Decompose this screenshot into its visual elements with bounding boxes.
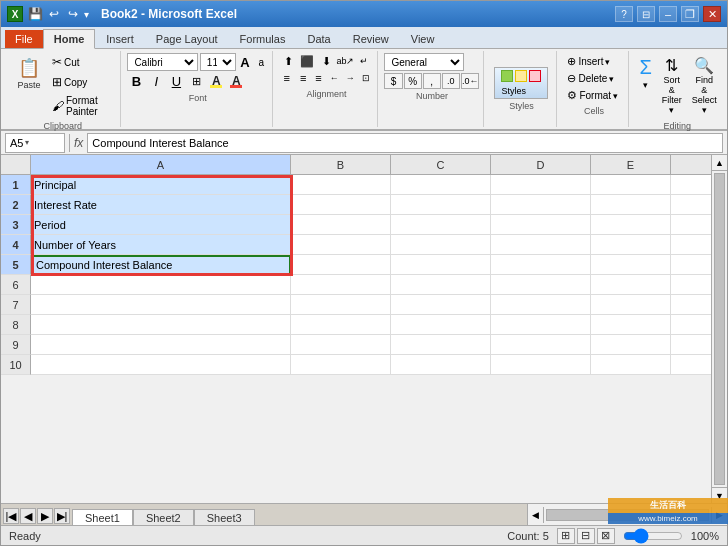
cell-d10[interactable] [491, 355, 591, 375]
comma-button[interactable]: , [423, 73, 441, 89]
styles-button[interactable]: Styles [494, 67, 548, 99]
cell-e6[interactable] [591, 275, 671, 295]
border-button[interactable]: ⊞ [187, 72, 205, 90]
row-num-9[interactable]: 9 [1, 335, 31, 355]
tab-insert[interactable]: Insert [95, 29, 145, 48]
font-name-select[interactable]: Calibri [127, 53, 197, 71]
row-num-7[interactable]: 7 [1, 295, 31, 315]
scroll-thumb[interactable] [714, 173, 725, 485]
sheet-nav-last[interactable]: ▶| [54, 508, 70, 524]
cell-d7[interactable] [491, 295, 591, 315]
cell-reference-box[interactable]: A5 ▾ [5, 133, 65, 153]
fx-icon[interactable]: fx [74, 136, 83, 150]
sheet-tab-1[interactable]: Sheet1 [72, 509, 133, 526]
cell-a10[interactable] [31, 355, 291, 375]
formula-input[interactable]: Compound Interest Balance [87, 133, 723, 153]
bold-button[interactable]: B [127, 72, 145, 90]
col-header-b[interactable]: B [291, 155, 391, 175]
cell-b10[interactable] [291, 355, 391, 375]
cell-b2[interactable] [291, 195, 391, 215]
cell-e3[interactable] [591, 215, 671, 235]
cell-e8[interactable] [591, 315, 671, 335]
format-painter-button[interactable]: 🖌 Format Painter [49, 93, 114, 119]
percent-button[interactable]: % [404, 73, 422, 89]
italic-button[interactable]: I [147, 72, 165, 90]
row-num-2[interactable]: 2 [1, 195, 31, 215]
cell-a2[interactable]: Interest Rate [31, 195, 291, 215]
tab-page-layout[interactable]: Page Layout [145, 29, 229, 48]
cell-b8[interactable] [291, 315, 391, 335]
sheet-nav-first[interactable]: |◀ [3, 508, 19, 524]
page-layout-view-button[interactable]: ⊟ [577, 528, 595, 544]
restore-button[interactable]: ❐ [681, 6, 699, 22]
align-middle-button[interactable]: ⬛ [298, 53, 316, 69]
col-header-c[interactable]: C [391, 155, 491, 175]
cell-a4[interactable]: Number of Years [31, 235, 291, 255]
min-button[interactable]: – [659, 6, 677, 22]
sheet-tab-3[interactable]: Sheet3 [194, 509, 255, 526]
quick-redo-icon[interactable]: ↪ [65, 6, 81, 22]
scrollbar-vertical[interactable]: ▲ ▼ [711, 155, 727, 503]
sheet-nav-prev[interactable]: ◀ [20, 508, 36, 524]
row-num-3[interactable]: 3 [1, 215, 31, 235]
cell-d3[interactable] [491, 215, 591, 235]
col-header-e[interactable]: E [591, 155, 671, 175]
cell-b3[interactable] [291, 215, 391, 235]
dec-dec-button[interactable]: .0← [461, 73, 480, 89]
cell-e4[interactable] [591, 235, 671, 255]
tab-view[interactable]: View [400, 29, 446, 48]
cell-a9[interactable] [31, 335, 291, 355]
indent-dec-button[interactable]: ← [327, 70, 342, 86]
underline-button[interactable]: U [167, 72, 185, 90]
cell-e10[interactable] [591, 355, 671, 375]
row-num-10[interactable]: 10 [1, 355, 31, 375]
cell-d2[interactable] [491, 195, 591, 215]
insert-button[interactable]: ⊕ Insert ▾ [563, 53, 624, 70]
sort-button[interactable]: ⇅ Sort &Filter ▾ [658, 53, 686, 119]
align-left-button[interactable]: ≡ [279, 70, 294, 86]
sum-button[interactable]: Σ ▾ [635, 53, 655, 119]
cell-b6[interactable] [291, 275, 391, 295]
normal-view-button[interactable]: ⊞ [557, 528, 575, 544]
cell-b7[interactable] [291, 295, 391, 315]
cell-a7[interactable] [31, 295, 291, 315]
paste-button[interactable]: 📋 Paste [11, 53, 47, 93]
cell-b5[interactable] [291, 255, 391, 275]
zoom-slider[interactable] [623, 530, 683, 542]
shrink-font-button[interactable]: a [254, 53, 268, 71]
cell-c5[interactable] [391, 255, 491, 275]
scroll-up-button[interactable]: ▲ [712, 155, 727, 171]
tab-review[interactable]: Review [342, 29, 400, 48]
sheet-nav-next[interactable]: ▶ [37, 508, 53, 524]
fill-color-button[interactable]: A [207, 72, 225, 90]
col-header-a[interactable]: A [31, 155, 291, 175]
quick-save-icon[interactable]: 💾 [27, 6, 43, 22]
cell-c4[interactable] [391, 235, 491, 255]
cell-c8[interactable] [391, 315, 491, 335]
number-format-select[interactable]: General [384, 53, 464, 71]
align-right-button[interactable]: ≡ [311, 70, 326, 86]
currency-button[interactable]: $ [384, 73, 402, 89]
wrap-text-button[interactable]: ↵ [355, 53, 373, 69]
tab-file[interactable]: File [5, 30, 43, 48]
cell-a8[interactable] [31, 315, 291, 335]
dec-inc-button[interactable]: .0 [442, 73, 460, 89]
cell-e9[interactable] [591, 335, 671, 355]
grow-font-button[interactable]: A [238, 53, 252, 71]
customize-icon[interactable]: ▾ [84, 6, 89, 22]
cell-a5[interactable]: Compound Interest Balance [31, 255, 291, 275]
cell-d4[interactable] [491, 235, 591, 255]
align-top-button[interactable]: ⬆ [279, 53, 297, 69]
tab-home[interactable]: Home [43, 29, 96, 49]
cell-c10[interactable] [391, 355, 491, 375]
cell-b4[interactable] [291, 235, 391, 255]
row-num-6[interactable]: 6 [1, 275, 31, 295]
page-break-view-button[interactable]: ⊠ [597, 528, 615, 544]
cell-d5[interactable] [491, 255, 591, 275]
font-size-select[interactable]: 11 [200, 53, 236, 71]
cell-a3[interactable]: Period [31, 215, 291, 235]
scroll-left-button[interactable]: ◀ [528, 507, 544, 523]
tab-formulas[interactable]: Formulas [229, 29, 297, 48]
cell-b1[interactable] [291, 175, 391, 195]
cell-c2[interactable] [391, 195, 491, 215]
